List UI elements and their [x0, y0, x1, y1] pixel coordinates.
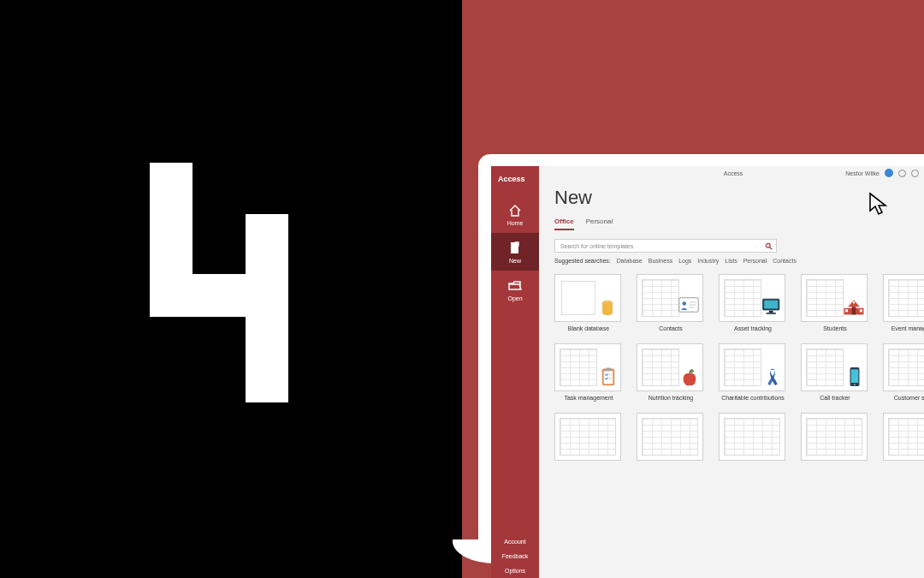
template-label: Customer service	[883, 395, 924, 401]
template-label: Blank database	[554, 325, 623, 331]
template-label: Nutrition tracking	[637, 395, 705, 401]
template-customer-service[interactable]: Customer service	[883, 343, 924, 401]
svg-point-5	[683, 301, 687, 306]
template-task-management[interactable]: Task management	[554, 343, 623, 401]
suggested-item[interactable]: Business	[649, 258, 672, 264]
monitor-icon	[761, 297, 782, 316]
template-placeholder[interactable]	[719, 413, 787, 461]
template-blank-database[interactable]: Blank database	[554, 274, 623, 331]
school-icon	[843, 299, 865, 316]
search-icon[interactable]	[761, 240, 776, 252]
svg-rect-12	[767, 313, 776, 314]
svg-point-2	[766, 243, 770, 247]
access-backstage: Access Home New Open	[491, 166, 924, 578]
template-students[interactable]: Students	[801, 274, 869, 331]
nav-new[interactable]: New	[491, 233, 539, 271]
help-icon[interactable]	[911, 170, 919, 177]
template-label: Call tracker	[801, 395, 869, 401]
template-search-input[interactable]: Search for online templates	[554, 239, 777, 253]
nav-home-label: Home	[507, 220, 524, 226]
nav-options[interactable]: Options	[505, 568, 525, 574]
template-label: Task management	[554, 395, 623, 401]
template-placeholder[interactable]	[883, 413, 924, 461]
template-search-placeholder: Search for online templates	[555, 243, 761, 249]
laptop-screen: Access Home New Open	[491, 166, 924, 578]
folder-open-icon	[508, 279, 522, 293]
face-icon[interactable]	[898, 170, 906, 177]
nav-open[interactable]: Open	[491, 271, 539, 308]
template-event-management[interactable]: Event management	[883, 274, 924, 331]
svg-rect-15	[860, 309, 862, 312]
template-contacts[interactable]: Contacts	[637, 274, 705, 331]
nav-feedback[interactable]: Feedback	[502, 553, 529, 559]
tab-personal[interactable]: Personal	[586, 217, 613, 230]
svg-rect-14	[845, 309, 848, 312]
ribbon-icon	[767, 368, 779, 387]
template-call-tracker[interactable]: Call tracker	[801, 343, 869, 401]
template-label: Asset tracking	[719, 325, 787, 331]
home-icon	[508, 204, 522, 217]
template-grid: Blank database	[554, 274, 917, 461]
phone-icon	[849, 366, 861, 387]
template-label: Students	[801, 325, 869, 331]
page-title: New	[554, 187, 917, 209]
suggested-item[interactable]: Personal	[743, 258, 767, 264]
template-asset-tracking[interactable]: Asset tracking	[719, 274, 787, 331]
nav-new-label: New	[509, 258, 521, 264]
laptop-frame: Access Home New Open	[478, 154, 924, 578]
svg-rect-18	[853, 301, 855, 303]
suggested-item[interactable]: Contacts	[773, 258, 797, 264]
nav-home[interactable]: Home	[491, 195, 539, 233]
svg-rect-10	[764, 301, 778, 309]
new-document-icon	[508, 241, 522, 255]
template-label: Event management	[883, 325, 924, 331]
app-name: Access	[491, 166, 539, 195]
stage: Access Home New Open	[0, 0, 924, 578]
suggested-item[interactable]: Lists	[725, 258, 737, 264]
decor-number-four	[150, 163, 321, 402]
svg-rect-25	[606, 368, 611, 372]
template-nutrition-tracking[interactable]: Nutrition tracking	[637, 343, 705, 401]
window-title: Access	[724, 170, 743, 176]
backstage-main: Access Nestor Wilke New Office Personal	[539, 166, 924, 578]
template-label: Contacts	[637, 325, 705, 331]
nav-open-label: Open	[507, 295, 522, 301]
template-placeholder[interactable]	[637, 413, 705, 461]
suggested-item[interactable]: Industry	[697, 258, 719, 264]
backstage-nav: Access Home New Open	[491, 166, 539, 578]
contact-card-icon	[678, 297, 699, 313]
template-placeholder[interactable]	[554, 413, 623, 461]
suggested-item[interactable]: Database	[617, 258, 643, 264]
tab-office[interactable]: Office	[554, 217, 574, 230]
template-charitable-contributions[interactable]: Charitable contributions	[719, 343, 787, 401]
suggested-label: Suggested searches:	[554, 258, 611, 264]
suggested-searches: Suggested searches: Database Business Lo…	[554, 258, 917, 264]
blank-db-icon	[598, 297, 617, 319]
user-name[interactable]: Nestor Wilke	[845, 170, 880, 176]
svg-rect-17	[852, 307, 856, 314]
clipboard-check-icon	[601, 366, 616, 387]
nav-account[interactable]: Account	[504, 539, 525, 545]
svg-rect-11	[769, 311, 773, 313]
svg-rect-30	[851, 369, 859, 383]
template-label: Charitable contributions	[719, 395, 787, 401]
apple-icon	[681, 368, 698, 387]
template-source-tabs: Office Personal	[554, 217, 917, 230]
window-title-bar: Access Nestor Wilke	[539, 166, 924, 180]
suggested-item[interactable]: Logs	[678, 258, 691, 264]
user-avatar[interactable]	[885, 169, 893, 177]
nav-footer: Account Feedback Options	[491, 533, 539, 578]
template-placeholder[interactable]	[801, 413, 869, 461]
svg-point-31	[854, 384, 856, 385]
